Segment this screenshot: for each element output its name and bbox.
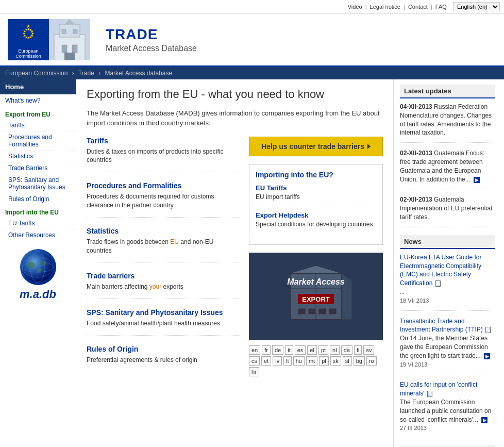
madb-globe-svg	[21, 251, 55, 284]
breadcrumb-madb[interactable]: Market Access database	[105, 70, 172, 77]
sps-section: SPS: Sanitary and Phytosanitary Issues F…	[87, 308, 239, 336]
news-link-1[interactable]: EU-Korea FTA User Guide for Electromagne…	[400, 254, 482, 287]
eu-tariffs-desc: EU import tariffs	[256, 193, 376, 206]
eu-commission-logo: European Commission	[8, 19, 49, 60]
eu-tariffs-link[interactable]: EU Tariffs	[256, 184, 376, 192]
breadcrumb-sep1: ›	[72, 70, 74, 77]
sps-heading[interactable]: SPS: Sanitary and Phytosanitary Issues	[87, 308, 239, 317]
news-date-1: ...18 VII 2013	[400, 289, 429, 304]
svg-rect-39	[298, 308, 306, 314]
tariffs-desc: Duties & taxes on imports of products in…	[87, 147, 239, 165]
lang-flag-ro[interactable]: ro	[366, 356, 377, 366]
svg-rect-20	[62, 29, 66, 34]
news-more-2[interactable]: ▶	[484, 353, 490, 359]
rules-of-origin-heading[interactable]: Rules of Origin	[87, 345, 239, 353]
news-item-1: EU-Korea FTA User Guide for Electromagne…	[400, 253, 495, 311]
statistics-section: Statistics Trade flows in goods between …	[87, 227, 239, 263]
main-layout: Home What's new? Export from EU Tariffs …	[0, 79, 504, 447]
sidebar-item-eu-tariffs[interactable]: EU Tariffs	[0, 218, 76, 229]
top-bar: Video | Legal notice | Contact | FAQ Eng…	[0, 0, 504, 14]
news-item-3: EU calls for input on 'conflict minerals…	[400, 380, 495, 438]
sidebar-item-sps[interactable]: SPS: Sanitary and Phytosanitary Issues	[0, 174, 76, 193]
lang-flag-pt[interactable]: pt	[318, 345, 328, 355]
sep3: |	[431, 4, 432, 10]
update-date-1: 04-XII-2013	[400, 103, 432, 110]
news-date-2: 19 VI 2013	[400, 361, 427, 368]
lang-flag-hr[interactable]: hr	[249, 367, 259, 376]
cta-button[interactable]: Help us counter trade barriers	[249, 137, 383, 156]
page-title: Exporting from the EU - what you need to…	[87, 87, 383, 102]
sidebar-item-procedures[interactable]: Procedures and Formalities	[0, 131, 76, 151]
trade-barriers-heading[interactable]: Trade barriers	[87, 272, 239, 280]
lang-flag-mt[interactable]: mt	[306, 356, 317, 366]
sidebar-section-import: Import into the EU	[0, 205, 76, 218]
trade-barriers-desc: Main barriers affecting your exports	[87, 283, 239, 291]
sidebar-item-other-resources[interactable]: Other Resources	[0, 229, 76, 241]
legal-notice-link[interactable]: Legal notice	[370, 4, 400, 10]
breadcrumb-ec[interactable]: European Commission	[5, 70, 68, 77]
lang-flag-el[interactable]: el	[307, 345, 317, 355]
news-more-3[interactable]: ▶	[481, 417, 488, 423]
news-doc-icon-2: 📄	[485, 327, 491, 333]
tb-highlight: your	[149, 283, 161, 290]
lang-flag-hu[interactable]: hu	[293, 356, 305, 366]
lang-flag-sk[interactable]: sk	[330, 356, 341, 366]
svg-rect-41	[318, 308, 326, 314]
svg-rect-42	[329, 308, 337, 314]
lang-flag-de[interactable]: de	[272, 345, 283, 355]
sidebar-item-whats-new[interactable]: What's new?	[0, 94, 76, 107]
sidebar-item-rules-of-origin[interactable]: Rules of Origin	[0, 193, 76, 205]
statistics-heading[interactable]: Statistics	[87, 227, 239, 235]
madb-logo-text: m.a.db	[5, 288, 71, 301]
lang-flag-et[interactable]: et	[261, 356, 271, 366]
news-link-3[interactable]: EU calls for input on 'conflict minerals…	[400, 381, 477, 397]
svg-point-27	[27, 262, 36, 268]
cta-label: Help us counter trade barriers	[261, 142, 364, 151]
lang-flag-es[interactable]: es	[295, 345, 306, 355]
lang-flag-sv[interactable]: sv	[363, 345, 374, 355]
svg-text:EXPORT: EXPORT	[302, 295, 330, 303]
lang-flag-lv[interactable]: lv	[273, 356, 282, 366]
procedures-section: Procedures and Formalities Procedures & …	[87, 181, 239, 218]
sps-desc: Food safety/animal health/plant health m…	[87, 319, 239, 328]
lang-flag-lt[interactable]: lt	[283, 356, 292, 366]
lang-flag-it[interactable]: it	[285, 345, 293, 355]
update-more-2[interactable]: ▶	[474, 177, 480, 183]
lang-flag-en[interactable]: en	[249, 345, 260, 355]
cta-triangle-icon	[367, 144, 371, 149]
sidebar-item-trade-barriers[interactable]: Trade Barriers	[0, 162, 76, 174]
lang-flag-bg[interactable]: bg	[354, 356, 365, 366]
update-item-1: 04-XII-2013 Russian Federation Nomenclat…	[400, 103, 495, 143]
svg-rect-21	[73, 29, 77, 34]
sidebar-item-statistics[interactable]: Statistics	[0, 151, 76, 162]
video-link[interactable]: Video	[348, 4, 362, 10]
tariffs-heading[interactable]: Tariffs	[87, 137, 239, 145]
news-link-2[interactable]: Transatlantic Trade and Investment Partn…	[400, 318, 483, 334]
update-item-3: 02-XII-2013 Guatemala Implementation of …	[400, 195, 495, 227]
site-title-area: TRADE Market Access Database	[106, 26, 197, 53]
sidebar-item-home[interactable]: Home	[0, 79, 76, 94]
sidebar-item-tariffs[interactable]: Tariffs	[0, 120, 76, 131]
lang-flag-pl[interactable]: pl	[319, 356, 329, 366]
lang-flag-sl[interactable]: sl	[343, 356, 352, 366]
statistics-desc: Trade flows in goods between EU and non-…	[87, 238, 239, 255]
language-selector[interactable]: English (en) Français (fr) Deutsch (de)	[453, 2, 500, 11]
breadcrumb-trade[interactable]: Trade	[78, 70, 94, 77]
lang-flag-fr[interactable]: fr	[262, 345, 271, 355]
right-sidebar: Latest updates 04-XII-2013 Russian Feder…	[393, 79, 501, 447]
lang-flag-cs[interactable]: cs	[249, 356, 260, 366]
lang-flag-nl[interactable]: nl	[330, 345, 340, 355]
procedures-heading[interactable]: Procedures and Formalities	[87, 181, 239, 190]
rules-of-origin-section: Rules of Origin Preferential agreements …	[87, 345, 239, 372]
lang-flag-fi[interactable]: fi	[354, 345, 362, 355]
site-subtitle: Market Access Database	[106, 44, 197, 53]
faq-link[interactable]: FAQ	[435, 4, 447, 10]
trade-barriers-section: Trade barriers Main barriers affecting y…	[87, 272, 239, 299]
lang-flag-da[interactable]: da	[341, 345, 352, 355]
news-item-2: Transatlantic Trade and Investment Partn…	[400, 317, 495, 375]
svg-point-23	[22, 252, 53, 283]
svg-point-28	[40, 261, 46, 266]
export-helpdesk-link[interactable]: Export Helpdesk	[256, 211, 376, 219]
contact-link[interactable]: Contact	[408, 4, 428, 10]
procedures-desc: Procedures & documents required for cust…	[87, 192, 239, 210]
